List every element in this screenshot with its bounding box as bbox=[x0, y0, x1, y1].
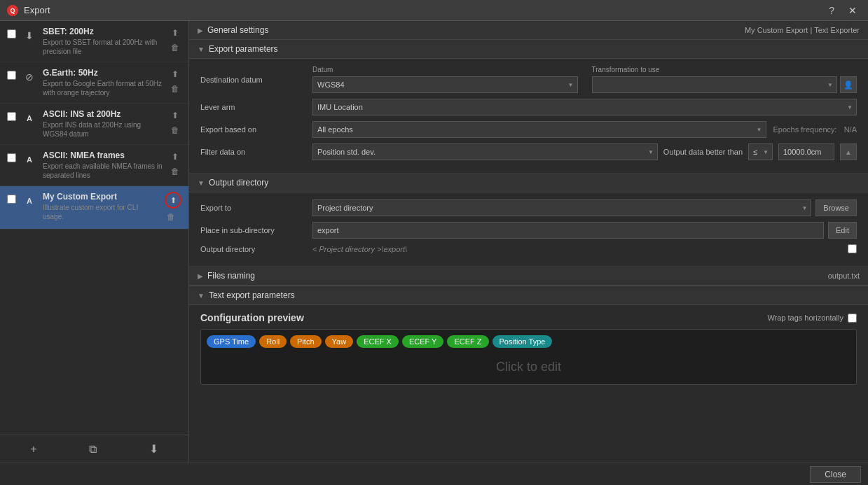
config-preview-section: Configuration preview Wrap tags horizont… bbox=[189, 305, 868, 392]
filter-data-select[interactable]: Position std. dev. bbox=[312, 143, 658, 160]
gearth-content: G.Earth: 50Hz Export to Google Earth for… bbox=[43, 68, 163, 97]
download-export-button[interactable]: ⬇ bbox=[144, 440, 164, 458]
export-to-wrap: Project directory bbox=[312, 199, 811, 216]
gearth-upload-btn[interactable]: ⬆ bbox=[169, 68, 181, 80]
output-up-btn[interactable]: ▲ bbox=[840, 143, 857, 160]
gearth-checkbox[interactable] bbox=[7, 71, 16, 80]
output-better-label: Output data better than bbox=[663, 148, 743, 156]
datum-select-wrap: WGS84 bbox=[312, 76, 578, 93]
custom-checkbox[interactable] bbox=[7, 195, 16, 204]
general-settings-header[interactable]: ▶ General settings My Custom Export | Te… bbox=[189, 21, 868, 40]
click-to-edit-text: Click to edit bbox=[201, 350, 856, 384]
ascii-ins-upload-btn[interactable]: ⬆ bbox=[169, 109, 181, 122]
output-dir-value: < Project directory >\export\ bbox=[312, 245, 848, 253]
ascii-ins-delete-btn[interactable]: 🗑 bbox=[169, 124, 181, 136]
text-export-header[interactable]: ▼ Text export parameters bbox=[189, 286, 868, 305]
gearth-delete-btn[interactable]: 🗑 bbox=[169, 83, 181, 95]
destination-datum-row: Destination datum Datum WGS84 Transforma bbox=[200, 66, 857, 93]
custom-delete-btn[interactable]: 🗑 bbox=[165, 211, 177, 223]
general-settings-right: My Custom Export | Text Exporter bbox=[745, 26, 860, 34]
transform-icon-btn[interactable]: 👤 bbox=[840, 76, 857, 93]
browse-button[interactable]: Browse bbox=[815, 199, 857, 216]
title-bar: Q Export ? ✕ bbox=[0, 0, 868, 21]
edit-button[interactable]: Edit bbox=[828, 222, 857, 239]
sbet-delete-btn[interactable]: 🗑 bbox=[169, 41, 181, 54]
export-based-on-label: Export based on bbox=[200, 125, 305, 134]
ascii-nmea-upload-btn[interactable]: ⬆ bbox=[169, 150, 181, 163]
ascii-nmea-title: ASCII: NMEA frames bbox=[43, 150, 163, 160]
epochs-frequency-label: Epochs frequency: bbox=[773, 125, 837, 134]
add-export-button[interactable]: + bbox=[25, 440, 42, 458]
sbet-checkbox[interactable] bbox=[7, 29, 16, 38]
place-sub-dir-input[interactable] bbox=[312, 222, 824, 239]
sbet-desc: Export to SBET format at 200Hz with prec… bbox=[43, 38, 163, 56]
tag-ecef-z[interactable]: ECEF Z bbox=[447, 335, 488, 348]
export-to-row: Export to Project directory Browse bbox=[200, 199, 857, 216]
transform-select-wrap bbox=[592, 76, 838, 93]
tag-position-type[interactable]: Position Type bbox=[492, 335, 553, 348]
gearth-icon: ⊘ bbox=[22, 69, 37, 85]
export-parameters-title: Export parameters bbox=[209, 44, 278, 54]
export-based-on-select[interactable]: All epochs bbox=[312, 121, 766, 138]
export-parameters-header[interactable]: ▼ Export parameters bbox=[189, 40, 868, 59]
sidebar-item-gearth[interactable]: ⊘ G.Earth: 50Hz Export to Google Earth f… bbox=[0, 62, 188, 104]
custom-actions: ⬆ 🗑 bbox=[165, 192, 181, 223]
tag-pitch[interactable]: Pitch bbox=[290, 335, 321, 348]
wrap-tags-label: Wrap tags horizontally bbox=[767, 314, 843, 322]
config-preview-header: Configuration preview Wrap tags horizont… bbox=[200, 312, 857, 323]
ascii-ins-content: ASCII: INS at 200Hz Export INS data at 2… bbox=[43, 109, 163, 139]
config-preview-area[interactable]: GPS Time Roll Pitch Yaw ECEF X ECEF Y EC… bbox=[200, 329, 857, 385]
tag-yaw[interactable]: Yaw bbox=[325, 335, 354, 348]
ascii-nmea-checkbox[interactable] bbox=[7, 153, 16, 162]
ascii-ins-checkbox[interactable] bbox=[7, 112, 16, 121]
duplicate-export-button[interactable]: ⧉ bbox=[83, 440, 102, 458]
title-bar-left: Q Export bbox=[7, 5, 50, 16]
wrap-tags-checkbox[interactable] bbox=[848, 314, 857, 323]
output-dir-label: Output directory bbox=[200, 245, 305, 253]
sbet-icon: ⬇ bbox=[22, 28, 37, 43]
output-dir-row: Output directory < Project directory >\e… bbox=[200, 244, 857, 253]
files-naming-header[interactable]: ▶ Files naming output.txt bbox=[189, 267, 868, 286]
sidebar-item-ascii-ins[interactable]: A ASCII: INS at 200Hz Export INS data at… bbox=[0, 104, 188, 145]
custom-upload-btn[interactable]: ⬆ bbox=[165, 192, 181, 209]
tag-roll[interactable]: Roll bbox=[259, 335, 287, 348]
export-parameters-content: Destination datum Datum WGS84 Transforma bbox=[189, 59, 868, 174]
help-button[interactable]: ? bbox=[825, 3, 839, 17]
output-directory-header[interactable]: ▼ Output directory bbox=[189, 174, 868, 192]
tag-ecef-x[interactable]: ECEF X bbox=[357, 335, 399, 348]
ascii-nmea-content: ASCII: NMEA frames Export each available… bbox=[43, 150, 163, 180]
ascii-nmea-delete-btn[interactable]: 🗑 bbox=[169, 165, 181, 178]
export-to-label: Export to bbox=[200, 204, 305, 212]
ascii-ins-title: ASCII: INS at 200Hz bbox=[43, 109, 163, 119]
output-dir-checkbox[interactable] bbox=[848, 244, 857, 253]
sidebar-item-ascii-nmea[interactable]: A ASCII: NMEA frames Export each availab… bbox=[0, 145, 188, 186]
gearth-actions: ⬆ 🗑 bbox=[169, 68, 181, 95]
lever-arm-select[interactable]: IMU Location bbox=[312, 99, 857, 115]
lever-arm-row: Lever arm IMU Location bbox=[200, 99, 857, 115]
close-button[interactable]: Close bbox=[810, 466, 861, 483]
custom-content: My Custom Export Illustrate custom expor… bbox=[43, 192, 159, 221]
sidebar-item-custom[interactable]: A My Custom Export Illustrate custom exp… bbox=[0, 186, 188, 230]
gearth-desc: Export to Google Earth format at 50Hz wi… bbox=[43, 79, 163, 97]
output-better-input[interactable] bbox=[778, 143, 834, 160]
ascii-nmea-icon: A bbox=[22, 152, 37, 167]
ascii-ins-icon: A bbox=[22, 111, 37, 126]
export-parameters-chevron: ▼ bbox=[198, 45, 205, 53]
sbet-upload-btn[interactable]: ⬆ bbox=[169, 27, 181, 39]
transform-select[interactable] bbox=[592, 76, 838, 93]
export-to-select[interactable]: Project directory bbox=[312, 199, 811, 216]
custom-title: My Custom Export bbox=[43, 192, 159, 202]
sidebar-item-sbet[interactable]: ⬇ SBET: 200Hz Export to SBET format at 2… bbox=[0, 21, 188, 62]
close-window-button[interactable]: ✕ bbox=[844, 3, 861, 17]
text-export-title: Text export parameters bbox=[209, 290, 295, 300]
output-better-select[interactable]: ≤ bbox=[748, 143, 773, 160]
place-sub-dir-row: Place in sub-directory Edit bbox=[200, 222, 857, 239]
export-based-on-wrap: All epochs bbox=[312, 121, 766, 138]
general-settings-chevron: ▶ bbox=[198, 27, 203, 34]
app-icon: Q bbox=[7, 5, 18, 16]
tag-gps-time[interactable]: GPS Time bbox=[207, 335, 256, 348]
output-better-select-wrap: ≤ bbox=[748, 143, 773, 160]
tag-ecef-y[interactable]: ECEF Y bbox=[402, 335, 444, 348]
datum-select[interactable]: WGS84 bbox=[312, 76, 578, 93]
lever-arm-label: Lever arm bbox=[200, 103, 305, 111]
